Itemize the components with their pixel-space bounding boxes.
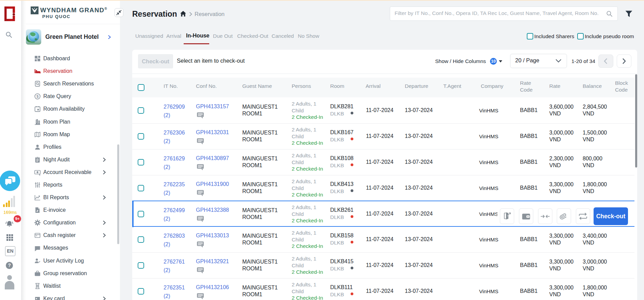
svg-text:$: $ [36,94,39,98]
